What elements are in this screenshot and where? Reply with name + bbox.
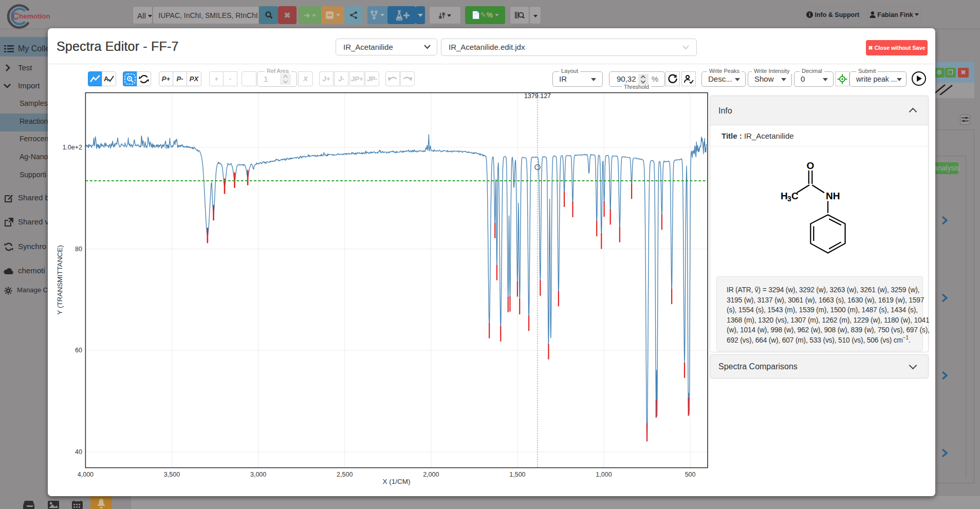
svg-text:2,000: 2,000 [423, 471, 439, 478]
svg-text:1,500: 1,500 [509, 471, 525, 478]
svg-text:3: 3 [787, 195, 791, 203]
svg-text:40: 40 [75, 448, 82, 456]
svg-text:4,000: 4,000 [78, 471, 94, 478]
svg-text:500: 500 [685, 471, 696, 478]
svg-text:Y (TRANSMITTANCE): Y (TRANSMITTANCE) [56, 245, 64, 314]
svg-text:hemotion: hemotion [19, 12, 50, 20]
svg-text:3,500: 3,500 [164, 471, 180, 478]
svg-text:2,500: 2,500 [337, 471, 353, 478]
svg-text:3,000: 3,000 [250, 471, 266, 478]
svg-text:X (1/CM): X (1/CM) [383, 478, 411, 485]
svg-text:1379.127: 1379.127 [524, 92, 551, 100]
svg-text:C: C [791, 191, 799, 201]
svg-text:1,000: 1,000 [596, 471, 612, 478]
svg-text:1.0e+2: 1.0e+2 [62, 144, 82, 151]
svg-text:60: 60 [75, 347, 82, 354]
svg-text:H: H [781, 191, 788, 201]
svg-text:80: 80 [75, 246, 82, 253]
svg-text:C: C [12, 11, 19, 22]
svg-text:O: O [807, 160, 815, 171]
svg-text:NH: NH [826, 191, 840, 201]
